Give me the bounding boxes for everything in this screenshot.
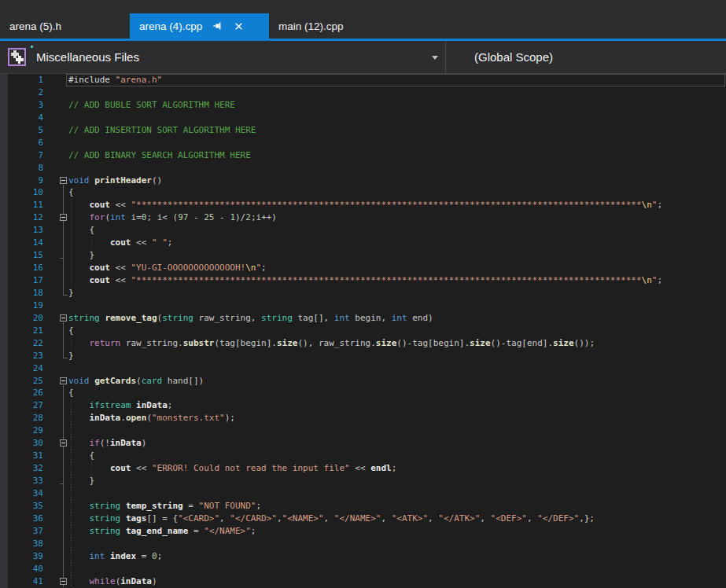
line-number: 28 <box>0 412 43 424</box>
code-line-text[interactable]: { <box>68 224 726 237</box>
code-token <box>120 513 126 524</box>
fold-collapse-marker[interactable] <box>43 175 68 187</box>
code-line-text[interactable]: { <box>68 387 726 399</box>
code-token: \n <box>642 275 652 285</box>
fold-guide <box>43 112 68 124</box>
code-line: 5// ADD INSERTION SORT ALGORITHM HERE <box>0 124 726 137</box>
fold-guide <box>43 487 68 500</box>
code-line-text[interactable]: // ADD INSERTION SORT ALGORITHM HERE <box>68 124 726 137</box>
code-line-text[interactable] <box>68 300 726 312</box>
code-token: tag <box>219 338 235 348</box>
code-token <box>120 501 126 511</box>
code-line-text[interactable]: cout << "ERROR! Could not read the input… <box>68 462 726 475</box>
project-dropdown[interactable]: Miscellaneous Files <box>0 41 446 73</box>
code-line-text[interactable]: ifstream inData; <box>68 399 726 412</box>
code-line-text[interactable] <box>68 137 726 149</box>
code-token: - <box>215 212 230 222</box>
code-line-text[interactable]: while(inData) <box>68 575 726 588</box>
code-line-text[interactable]: cout << "YU-GI-OOOOOOOOOOOOOH!\n"; <box>68 262 726 274</box>
scope-dropdown[interactable]: (Global Scope) <box>446 41 726 73</box>
chevron-down-icon[interactable] <box>432 56 438 60</box>
code-line-text[interactable]: cout << "*******************************… <box>68 199 726 211</box>
code-token: ( <box>105 212 110 222</box>
code-token: hand <box>168 376 189 386</box>
code-token: ; <box>168 237 173 248</box>
close-icon[interactable] <box>234 21 244 31</box>
code-line-text[interactable]: string remove_tag(string raw_string, str… <box>68 312 726 325</box>
code-line-text[interactable]: { <box>68 450 726 462</box>
code-line: 20string remove_tag(string raw_string, s… <box>0 312 726 325</box>
tab-arena-4-cpp[interactable]: arena (4).cpp <box>130 13 269 39</box>
code-line: 34 <box>0 487 726 500</box>
pin-icon[interactable] <box>212 20 223 31</box>
code-token: int <box>90 551 105 561</box>
fold-collapse-marker[interactable] <box>43 437 68 450</box>
code-line-text[interactable]: int index = 0; <box>68 550 726 563</box>
code-token: string <box>90 513 121 524</box>
code-token: // ADD INSERTION SORT ALGORITHM HERE <box>68 125 256 135</box>
code-line-text[interactable]: void printHeader() <box>68 175 726 187</box>
code-line-text[interactable]: // ADD BUBLE SORT ALGORITHM HERE <box>68 99 726 112</box>
code-line-text[interactable]: inData.open("monsters.txt"); <box>68 412 726 424</box>
code-line: 18} <box>0 287 726 300</box>
code-line-text[interactable] <box>68 563 726 575</box>
code-line-text[interactable] <box>68 162 726 175</box>
code-line-text[interactable]: cout << " "; <box>68 237 726 249</box>
code-line-text[interactable]: void getCards(card hand[]) <box>68 375 726 388</box>
code-token: "<NAME>" <box>282 513 324 524</box>
code-line-text[interactable]: { <box>68 325 726 337</box>
code-line-text[interactable] <box>68 362 726 375</box>
code-token: return <box>90 338 121 348</box>
code-line-text[interactable]: string tag_end_name = "</NAME>"; <box>68 525 726 538</box>
code-token: void <box>68 376 90 386</box>
code-line-text[interactable]: #include "arena.h" <box>68 74 726 86</box>
code-token: begin <box>433 338 459 348</box>
tab-main-12-cpp[interactable]: main (12).cpp <box>269 13 404 39</box>
code-token <box>68 463 110 473</box>
code-line-text[interactable] <box>68 112 726 124</box>
code-line-text[interactable]: if(!inData) <box>68 437 726 450</box>
code-token: ; <box>251 526 256 536</box>
tab-arena-5-h[interactable]: arena (5).h <box>0 13 130 39</box>
code-line-text[interactable]: } <box>68 350 726 362</box>
code-line-text[interactable]: } <box>68 249 726 262</box>
code-token: " " <box>152 237 168 248</box>
code-line-text[interactable]: return raw_string.substr(tag[begin].size… <box>68 337 726 350</box>
fold-guide <box>43 399 68 412</box>
code-line-text[interactable] <box>68 487 726 500</box>
code-line: 37 string tag_end_name = "</NAME>"; <box>0 525 726 538</box>
code-token: << <box>131 237 152 248</box>
code-line-text[interactable] <box>68 86 726 99</box>
code-token: "arena.h" <box>116 75 163 85</box>
code-line-text[interactable]: string temp_string = "NOT FOUND"; <box>68 500 726 513</box>
code-line-text[interactable]: cout << "*******************************… <box>68 274 726 287</box>
fold-collapse-marker[interactable] <box>43 312 68 325</box>
line-number: 13 <box>0 224 43 237</box>
code-token: . <box>178 338 183 348</box>
code-line-text[interactable]: } <box>68 475 726 487</box>
code-line-text[interactable]: } <box>68 287 726 300</box>
code-line: 11 cout << "****************************… <box>0 199 726 211</box>
code-line-text[interactable]: for(int i=0; i< (97 - 25 - 1)/2;i++) <box>68 211 726 224</box>
code-token: raw_string <box>319 338 370 348</box>
fold-collapse-marker[interactable] <box>43 575 68 588</box>
line-number: 7 <box>0 149 43 162</box>
code-token: ()); <box>574 338 595 348</box>
code-line-text[interactable] <box>68 538 726 550</box>
code-editor[interactable]: 1#include "arena.h"23// ADD BUBLE SORT A… <box>0 74 726 588</box>
code-token: for <box>90 212 105 222</box>
code-line-text[interactable]: string tags[] = {"<CARD>", "</CARD>","<N… <box>68 513 726 525</box>
code-line: 39 int index = 0; <box>0 550 726 563</box>
code-token: ()- <box>491 338 507 348</box>
code-token: ]. <box>543 338 553 348</box>
code-token: int <box>334 313 350 323</box>
code-line-text[interactable]: { <box>68 186 726 199</box>
fold-collapse-marker[interactable] <box>43 375 68 388</box>
miscellaneous-files-icon <box>6 46 30 69</box>
code-line-text[interactable] <box>68 424 726 437</box>
code-token: string <box>162 313 193 323</box>
code-line-text[interactable]: // ADD BINARY SEARCH ALGORITHM HERE <box>68 149 726 162</box>
fold-collapse-marker[interactable] <box>43 211 68 224</box>
line-number: 12 <box>0 211 43 224</box>
line-number: 18 <box>0 287 43 300</box>
